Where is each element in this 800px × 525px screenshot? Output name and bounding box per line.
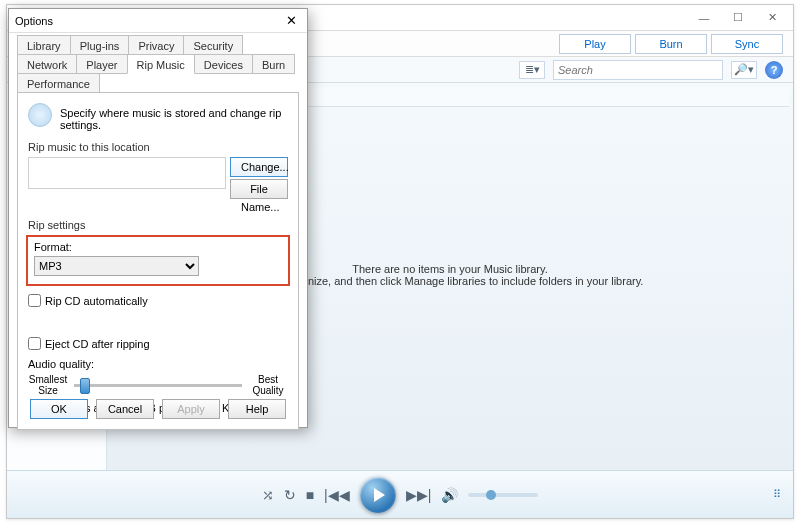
repeat-button[interactable]: ↻ xyxy=(284,487,296,503)
change-button[interactable]: Change... xyxy=(230,157,288,177)
rip-auto-label: Rip CD automatically xyxy=(45,295,148,307)
format-select[interactable]: MP3 xyxy=(34,256,199,276)
minimize-button[interactable]: — xyxy=(687,8,721,28)
volume-slider[interactable] xyxy=(468,493,538,497)
filename-button[interactable]: File Name... xyxy=(230,179,288,199)
tab-rip-music[interactable]: Rip Music xyxy=(127,54,195,74)
volume-thumb[interactable] xyxy=(486,490,496,500)
quality-slider[interactable] xyxy=(74,384,242,387)
format-label: Format: xyxy=(34,241,282,253)
tab-sync[interactable]: Sync xyxy=(711,34,783,54)
tab-devices[interactable]: Devices xyxy=(194,54,253,74)
tab-network[interactable]: Network xyxy=(17,54,77,74)
help-icon[interactable]: ? xyxy=(765,61,783,79)
best-label: Best Quality xyxy=(248,374,288,396)
tab-privacy[interactable]: Privacy xyxy=(128,35,184,55)
rip-auto-checkbox[interactable] xyxy=(28,294,41,307)
shuffle-button[interactable]: ⤮ xyxy=(262,487,274,503)
audio-quality-label: Audio quality: xyxy=(28,358,288,370)
rip-settings-label: Rip settings xyxy=(28,219,288,231)
tab-plugins[interactable]: Plug-ins xyxy=(70,35,130,55)
dialog-page: Specify where music is stored and change… xyxy=(17,92,299,430)
playback-bar: ⤮ ↻ ■ |◀◀ ▶▶| 🔊 ⠿ xyxy=(7,470,793,518)
tab-security[interactable]: Security xyxy=(183,35,243,55)
search-button[interactable]: 🔎▾ xyxy=(731,61,757,79)
quality-thumb[interactable] xyxy=(80,378,90,394)
options-dialog: Options ✕ Library Plug-ins Privacy Secur… xyxy=(8,8,308,428)
switch-view-icon[interactable]: ⠿ xyxy=(773,488,781,501)
tab-performance[interactable]: Performance xyxy=(17,73,100,93)
dialog-close-button[interactable]: ✕ xyxy=(281,13,301,28)
apply-button[interactable]: Apply xyxy=(162,399,220,419)
format-highlight: Format: MP3 xyxy=(26,235,290,286)
stop-button[interactable]: ■ xyxy=(306,487,314,503)
search-input[interactable] xyxy=(558,64,718,76)
close-button[interactable]: ✕ xyxy=(755,8,789,28)
maximize-button[interactable]: ☐ xyxy=(721,8,755,28)
play-button[interactable] xyxy=(360,477,396,513)
view-options-button[interactable]: ≣▾ xyxy=(519,61,545,79)
tab-burn-settings[interactable]: Burn xyxy=(252,54,295,74)
dialog-tabs: Library Plug-ins Privacy Security Networ… xyxy=(9,33,307,93)
eject-checkbox[interactable] xyxy=(28,337,41,350)
tab-player[interactable]: Player xyxy=(76,54,127,74)
eject-label: Eject CD after ripping xyxy=(45,338,150,350)
tab-burn[interactable]: Burn xyxy=(635,34,707,54)
prev-button[interactable]: |◀◀ xyxy=(324,487,350,503)
tab-play[interactable]: Play xyxy=(559,34,631,54)
dialog-buttons: OK Cancel Apply Help xyxy=(9,399,307,419)
search-box[interactable] xyxy=(553,60,723,80)
ok-button[interactable]: OK xyxy=(30,399,88,419)
cancel-button[interactable]: Cancel xyxy=(96,399,154,419)
smallest-label: Smallest Size xyxy=(28,374,68,396)
rip-location-box xyxy=(28,157,226,189)
mute-button[interactable]: 🔊 xyxy=(441,487,458,503)
dialog-titlebar: Options ✕ xyxy=(9,9,307,33)
dialog-title: Options xyxy=(15,15,281,27)
cd-icon xyxy=(28,103,52,127)
tab-library[interactable]: Library xyxy=(17,35,71,55)
quality-slider-row: Smallest Size Best Quality xyxy=(28,374,288,396)
dialog-intro: Specify where music is stored and change… xyxy=(28,103,288,131)
help-button[interactable]: Help xyxy=(228,399,286,419)
rip-location-label: Rip music to this location xyxy=(28,141,288,153)
next-button[interactable]: ▶▶| xyxy=(406,487,432,503)
